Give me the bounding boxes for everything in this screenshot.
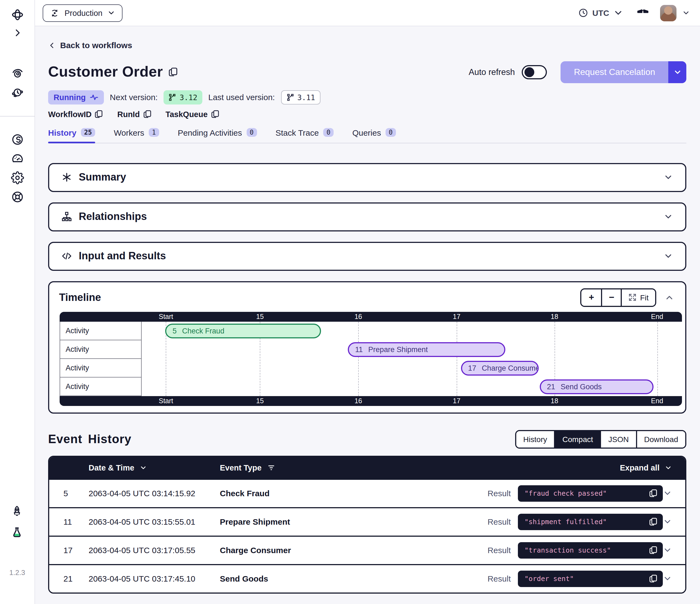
copy-workflow-id-button[interactable]	[95, 110, 103, 118]
main-area: Production UTC	[35, 0, 700, 604]
tab-history[interactable]: History25	[48, 128, 95, 143]
cycle-icon	[50, 8, 59, 18]
settings-gear-icon[interactable]	[11, 171, 24, 184]
chevron-down-icon[interactable]	[663, 488, 672, 498]
result-chip[interactable]: "shipment fulfilled"	[518, 513, 663, 530]
section-title: Summary	[79, 171, 126, 183]
relationships-section[interactable]: Relationships	[48, 202, 686, 231]
user-avatar[interactable]	[660, 5, 676, 21]
timeline-bar-check-fraud[interactable]: 5 Check Fraud	[166, 323, 321, 338]
auto-refresh-toggle[interactable]	[522, 65, 547, 79]
type-column-header[interactable]: Event Type	[220, 463, 275, 472]
expand-arrows-icon	[629, 293, 637, 301]
timeline-zoom-controls: + − Fit	[580, 288, 656, 307]
copy-icon	[169, 67, 178, 77]
date-column-header[interactable]: Date & Time	[89, 463, 220, 472]
tab-stack-trace[interactable]: Stack Trace0	[276, 128, 334, 143]
tab-workers[interactable]: Workers1	[114, 128, 159, 143]
timeline-row: Activity 5 Check Fraud	[59, 321, 682, 340]
zoom-out-button[interactable]: −	[601, 289, 621, 306]
topbar: Production UTC	[35, 0, 700, 26]
axis-tick: 16	[354, 312, 362, 321]
event-row[interactable]: 17 2063-04-05 UTC 03:17:05.55 Charge Con…	[49, 535, 685, 564]
event-id: 5	[64, 488, 89, 498]
timeline-bar-prepare-shipment[interactable]: 11 Prepare Shipment	[348, 342, 505, 357]
status-badge: Running	[48, 90, 104, 104]
chevron-down-icon	[107, 9, 116, 17]
nexus-icon[interactable]	[11, 133, 24, 146]
chevron-down-icon	[139, 464, 147, 471]
axis-tick: End	[651, 312, 664, 321]
axis-tick: 18	[551, 312, 558, 321]
copy-task-queue-button[interactable]	[211, 110, 219, 118]
schedules-icon[interactable]	[11, 87, 24, 100]
tab-queries[interactable]: Queries0	[352, 128, 396, 143]
view-json-button[interactable]: JSON	[600, 431, 636, 447]
copy-icon	[143, 110, 151, 118]
labs-flask-icon[interactable]	[11, 526, 24, 539]
request-cancelation-split-button: Request Cancelation	[561, 61, 686, 83]
copy-run-id-button[interactable]	[143, 110, 151, 118]
fit-button[interactable]: Fit	[621, 289, 655, 306]
event-datetime: 2063-04-05 UTC 03:17:45.10	[89, 574, 220, 583]
result-chip[interactable]: "transaction success"	[518, 542, 663, 558]
tab-pending-activities[interactable]: Pending Activities0	[178, 128, 257, 143]
chevron-down-icon[interactable]	[663, 517, 672, 526]
namespace-icon[interactable]	[11, 67, 24, 80]
download-button[interactable]: Download	[636, 431, 685, 447]
copy-title-button[interactable]	[169, 67, 178, 77]
timeline-bar-charge-consumer[interactable]: 17 Charge Consumer	[461, 361, 539, 375]
environment-selector[interactable]: Production	[43, 4, 123, 22]
view-history-button[interactable]: History	[516, 431, 554, 447]
timeline-row-label: Activity	[59, 377, 142, 396]
timeline-row-label: Activity	[59, 359, 142, 377]
timeline-track: 17 Charge Consumer	[142, 359, 682, 377]
back-to-workflows-link[interactable]: Back to workflows	[48, 41, 132, 50]
event-row[interactable]: 21 2063-04-05 UTC 03:17:45.10 Send Goods…	[49, 564, 685, 592]
event-row[interactable]: 5 2063-04-05 UTC 03:14:15.92 Check Fraud…	[49, 479, 685, 507]
event-type: Send Goods	[220, 574, 488, 583]
tab-count-badge: 0	[385, 128, 396, 137]
clock-icon	[578, 8, 589, 18]
chevron-down-icon[interactable]	[663, 574, 672, 583]
event-id: 21	[64, 574, 89, 583]
chevron-down-icon	[664, 172, 673, 182]
page-title: Customer Order	[48, 64, 163, 80]
usage-icon[interactable]	[11, 152, 24, 165]
event-datetime: 2063-04-05 UTC 03:17:05.55	[89, 546, 220, 555]
support-lifebuoy-icon[interactable]	[11, 190, 24, 203]
input-results-section[interactable]: Input and Results	[48, 242, 686, 270]
expand-sidebar-icon[interactable]	[12, 28, 22, 38]
axis-tick: Start	[159, 312, 173, 321]
timeline-axis-bottom: Start 15 16 17 18 End	[59, 396, 682, 406]
tab-count-badge: 1	[148, 128, 159, 137]
event-row[interactable]: 11 2063-04-05 UTC 03:15:55.01 Prepare Sh…	[49, 507, 685, 535]
result-label: Result	[488, 546, 511, 555]
sidebar-divider	[0, 116, 35, 117]
timeline-bar-send-goods[interactable]: 21 Send Goods	[540, 379, 653, 394]
chevron-down-icon	[664, 251, 673, 261]
branch-icon	[169, 93, 176, 101]
glasses-icon[interactable]	[636, 6, 649, 19]
timezone-selector[interactable]: UTC	[578, 8, 623, 18]
zoom-in-button[interactable]: +	[582, 289, 601, 306]
copy-icon	[649, 546, 657, 554]
timeline-row-label: Activity	[59, 340, 142, 359]
last-version-badge: 3.11	[281, 90, 321, 104]
chevron-down-icon	[613, 8, 623, 18]
timeline-track: 5 Check Fraud	[142, 321, 682, 340]
getting-started-rocket-icon[interactable]	[11, 505, 24, 518]
timeline-row-label: Activity	[59, 321, 142, 340]
expand-all-button[interactable]: Expand all	[620, 463, 672, 472]
axis-tick: 15	[256, 396, 264, 406]
collapse-timeline-icon[interactable]	[665, 292, 674, 302]
request-cancelation-menu-button[interactable]	[668, 61, 686, 83]
summary-section[interactable]: Summary	[48, 163, 686, 192]
result-chip[interactable]: "fraud check passed"	[518, 485, 663, 502]
request-cancelation-button[interactable]: Request Cancelation	[561, 61, 668, 83]
copy-icon	[649, 489, 657, 497]
chevron-down-icon[interactable]	[663, 546, 672, 555]
app-logo-icon[interactable]	[11, 8, 24, 21]
result-chip[interactable]: "order sent"	[518, 570, 663, 587]
view-compact-button[interactable]: Compact	[554, 431, 600, 447]
